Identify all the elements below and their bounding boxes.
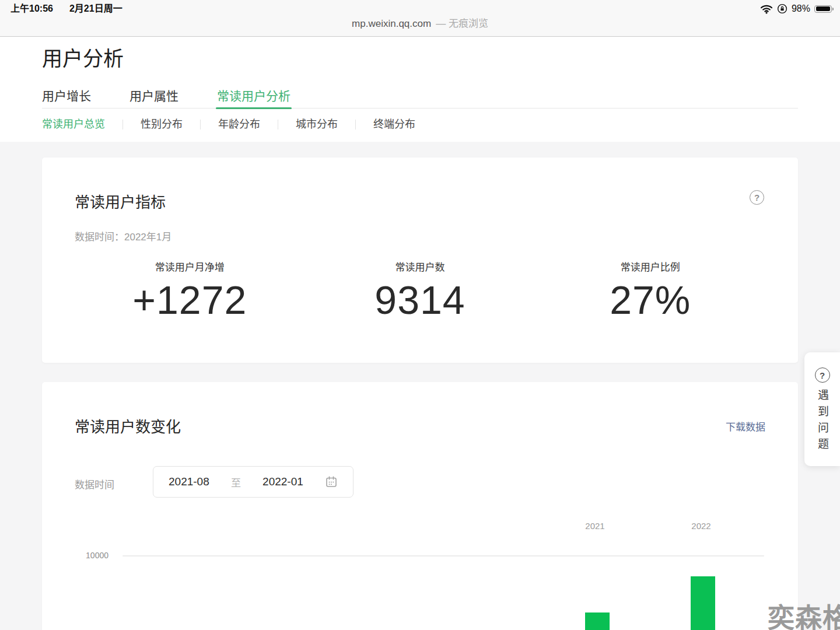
url-domain: mp.weixin.qq.com [352, 18, 431, 29]
battery-percent: 98% [792, 4, 810, 14]
chart-bar-2021[interactable] [585, 612, 610, 630]
metric-label: 常读用户比例 [535, 259, 765, 274]
tab-user-attributes[interactable]: 用户属性 [130, 82, 178, 108]
question-mark-icon: ? [815, 368, 830, 383]
sub-tabs: 常读用户总览 性别分布 年龄分布 城市分布 终端分布 [42, 116, 433, 132]
address-bar[interactable]: mp.weixin.qq.com— 无痕浏览 [0, 17, 840, 31]
chart-bar-2022[interactable] [691, 576, 715, 630]
date-range-start[interactable]: 2021-08 [169, 475, 209, 488]
feedback-help-label: 遇到问题 [817, 389, 828, 454]
watermark-text: 奕森格 [768, 596, 840, 630]
regular-reader-trend-card: 常读用户数变化 下载数据 数据时间 2021-08 至 2022-01 2021… [42, 382, 798, 630]
help-icon[interactable]: ? [750, 190, 764, 205]
calendar-icon[interactable] [325, 475, 338, 488]
download-data-link[interactable]: 下载数据 [726, 419, 765, 433]
metric-label: 常读用户数 [305, 259, 536, 274]
private-browsing-label: — 无痕浏览 [436, 18, 488, 29]
metric-regular-reader-count: 常读用户数 9314 [305, 259, 536, 322]
main-tabs: 用户增长 用户属性 常读用户分析 [42, 82, 798, 108]
browser-top-chrome: 上午10:56 2月21日周一 98% mp.weixin.qq.com— 无痕… [0, 0, 840, 37]
regular-reader-metrics-card: 常读用户指标 ? 数据时间：2022年1月 常读用户月净增 +1272 常读用户… [42, 158, 798, 363]
status-time: 上午10:56 [10, 2, 53, 15]
subtab-city-distribution[interactable]: 城市分布 [278, 116, 355, 132]
metric-monthly-net-increase: 常读用户月净增 +1272 [75, 259, 305, 322]
metric-regular-reader-ratio: 常读用户比例 27% [535, 259, 765, 322]
metrics-card-title: 常读用户指标 [75, 190, 166, 212]
date-range-picker[interactable]: 2021-08 至 2022-01 [153, 466, 354, 498]
metric-value: 27% [535, 278, 765, 322]
metric-label: 常读用户月净增 [75, 259, 305, 274]
subtab-terminal-distribution[interactable]: 终端分布 [356, 116, 433, 132]
orientation-lock-icon [777, 4, 788, 14]
tab-regular-reader-analysis[interactable]: 常读用户分析 [217, 82, 290, 108]
page-title: 用户分析 [42, 42, 124, 72]
chart-y-axis-tick: 10000 [75, 551, 108, 560]
metrics-row: 常读用户月净增 +1272 常读用户数 9314 常读用户比例 27% [75, 259, 765, 322]
date-range-end[interactable]: 2022-01 [262, 475, 303, 488]
trend-card-title: 常读用户数变化 [75, 415, 181, 436]
status-date: 2月21日周一 [69, 2, 123, 15]
subtab-regular-reader-overview[interactable]: 常读用户总览 [42, 116, 123, 132]
tab-user-growth[interactable]: 用户增长 [42, 82, 91, 108]
metrics-data-time: 数据时间：2022年1月 [75, 229, 172, 243]
chart-year-label-2022: 2022 [682, 521, 720, 531]
chart-year-label-2021: 2021 [576, 521, 614, 531]
chart-gridline [123, 555, 764, 556]
subtab-age-distribution[interactable]: 年龄分布 [201, 116, 278, 132]
metric-value: +1272 [75, 278, 305, 322]
feedback-help-panel[interactable]: ? 遇到问题 [804, 352, 840, 466]
status-bar-left: 上午10:56 2月21日周一 [10, 2, 123, 15]
metric-value: 9314 [305, 278, 536, 322]
date-range-separator: 至 [231, 475, 241, 489]
battery-icon [814, 5, 832, 13]
date-range-label: 数据时间 [75, 477, 114, 491]
status-bar-right: 98% [760, 2, 832, 15]
wifi-icon [760, 4, 773, 14]
subtab-gender-distribution[interactable]: 性别分布 [123, 116, 200, 132]
